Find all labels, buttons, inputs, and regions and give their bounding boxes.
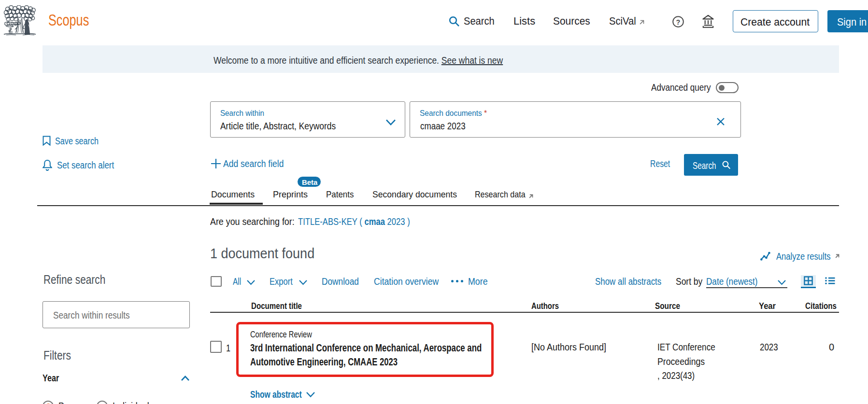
svg-text:?: ? bbox=[676, 18, 681, 26]
